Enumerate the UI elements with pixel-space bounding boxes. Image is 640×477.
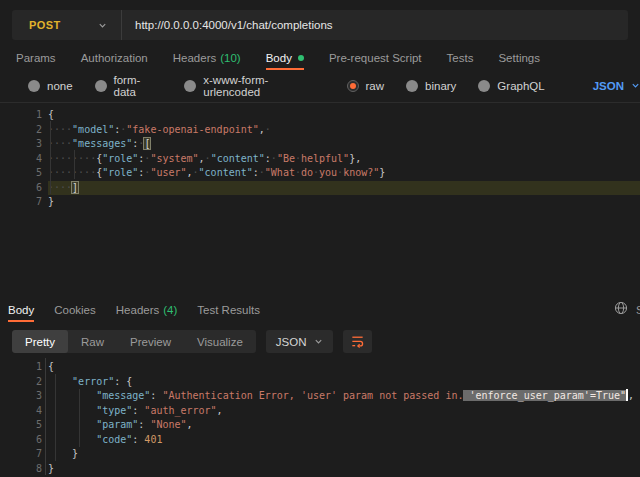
tab-settings[interactable]: Settings xyxy=(498,45,540,70)
code-text: { xyxy=(48,360,640,375)
tab-authorization[interactable]: Authorization xyxy=(81,45,148,70)
tab-label: Body xyxy=(266,52,292,64)
globe-icon[interactable] xyxy=(614,301,628,319)
code-text: } xyxy=(48,447,640,462)
line-number: 7 xyxy=(0,447,42,462)
radio-circle xyxy=(406,80,418,92)
tab-pre-request-script[interactable]: Pre-request Script xyxy=(329,45,422,70)
matched-bracket: ] xyxy=(72,182,78,193)
response-tab-headers[interactable]: Headers(4) xyxy=(116,298,178,322)
view-visualize[interactable]: Visualize xyxy=(184,330,256,353)
code-text: ········{"role":·"system",·"content":·"B… xyxy=(48,152,640,167)
code-line[interactable]: 2····"model":·"fake-openai-endpoint",· xyxy=(0,123,640,138)
chevron-down-icon xyxy=(631,80,640,92)
line-number: 4 xyxy=(0,404,42,419)
code-text: "message": "Authentication Error, 'user'… xyxy=(48,389,640,404)
code-line[interactable]: 1{ xyxy=(0,108,640,123)
radio-option-none[interactable]: none xyxy=(28,80,73,92)
line-number: 6 xyxy=(0,433,42,448)
code-text: "code": 401 xyxy=(48,433,640,448)
language-selector[interactable]: JSON xyxy=(593,80,640,92)
tab-label: Body xyxy=(8,304,34,316)
code-line[interactable]: 1{ xyxy=(0,360,640,375)
code-text: ····"messages":·[ xyxy=(48,137,640,152)
language-label: JSON xyxy=(593,80,624,92)
code-line[interactable]: 6····] xyxy=(0,181,640,196)
tab-body[interactable]: Body xyxy=(266,45,304,70)
request-body-editor[interactable]: 1{2····"model":·"fake-openai-endpoint",·… xyxy=(0,102,640,296)
request-tabs: ParamsAuthorizationHeaders(10)BodyPre-re… xyxy=(0,45,640,70)
radio-option-graphql[interactable]: GraphQL xyxy=(478,80,544,92)
code-text: { xyxy=(48,108,640,123)
code-line[interactable]: 2 "error": { xyxy=(0,375,640,390)
view-preview[interactable]: Preview xyxy=(117,330,184,353)
response-toolbar: PrettyRawPreviewVisualize JSON xyxy=(12,330,372,353)
line-number: 2 xyxy=(0,375,42,390)
tab-headers[interactable]: Headers(10) xyxy=(173,45,241,70)
code-text: "type": "auth_error", xyxy=(48,404,640,419)
chevron-down-icon xyxy=(314,336,323,348)
line-number: 3 xyxy=(0,137,42,152)
indent-guide xyxy=(79,389,80,447)
tab-label: Headers xyxy=(116,304,159,316)
code-line[interactable]: 4········{"role":·"system",·"content":·"… xyxy=(0,152,640,167)
code-line[interactable]: 3 "message": "Authentication Error, 'use… xyxy=(0,389,640,404)
radio-circle xyxy=(95,80,107,92)
line-number: 8 xyxy=(0,462,42,477)
code-text: } xyxy=(48,462,640,477)
code-line[interactable]: 8} xyxy=(0,462,640,477)
radio-option-binary[interactable]: binary xyxy=(406,80,456,92)
request-url-bar: POST http://0.0.0.0:4000/v1/chat/complet… xyxy=(12,10,628,40)
radio-label: raw xyxy=(366,80,385,92)
tab-count-badge: (4) xyxy=(163,304,177,316)
radio-circle xyxy=(28,80,40,92)
code-line[interactable]: 4 "type": "auth_error", xyxy=(0,404,640,419)
code-text: ········{"role":·"user",·"content":·"Wha… xyxy=(48,166,640,181)
code-text: "param": "None", xyxy=(48,418,640,433)
selected-text: 'enforce_user_param'=True" xyxy=(463,390,626,401)
tab-label: Settings xyxy=(498,52,540,64)
radio-label: x-www-form-urlencoded xyxy=(203,74,324,98)
tab-tests[interactable]: Tests xyxy=(447,45,474,70)
radio-circle xyxy=(184,80,196,92)
response-body-viewer[interactable]: 1{2 "error": {3 "message": "Authenticati… xyxy=(0,356,640,477)
code-line[interactable]: 3····"messages":·[ xyxy=(0,137,640,152)
radio-label: form-data xyxy=(114,74,163,98)
tab-label: Pre-request Script xyxy=(329,52,422,64)
response-language-selector[interactable]: JSON xyxy=(266,330,334,353)
line-number: 6 xyxy=(0,181,42,196)
line-number: 1 xyxy=(0,360,42,375)
line-number: 2 xyxy=(0,123,42,138)
response-tab-body[interactable]: Body xyxy=(8,298,34,322)
url-input[interactable]: http://0.0.0.0:4000/v1/chat/completions xyxy=(122,10,628,40)
code-line[interactable]: 5········{"role":·"user",·"content":·"Wh… xyxy=(0,166,640,181)
code-text: ····] xyxy=(48,181,640,196)
view-raw[interactable]: Raw xyxy=(68,330,117,353)
wrap-lines-button[interactable] xyxy=(343,330,372,353)
response-tab-test-results[interactable]: Test Results xyxy=(197,298,260,322)
response-tabs: BodyCookiesHeaders(4)Test Results xyxy=(0,298,640,322)
radio-option-form-data[interactable]: form-data xyxy=(95,74,163,98)
view-pretty[interactable]: Pretty xyxy=(12,330,68,353)
body-type-bar: noneform-datax-www-form-urlencodedrawbin… xyxy=(0,74,640,98)
tab-count-badge: (10) xyxy=(220,52,240,64)
response-tab-cookies[interactable]: Cookies xyxy=(54,298,96,322)
wrap-lines-icon xyxy=(350,333,365,350)
code-line[interactable]: 6 "code": 401 xyxy=(0,433,640,448)
line-number: 4 xyxy=(0,152,42,167)
chevron-down-icon xyxy=(98,16,107,34)
tab-params[interactable]: Params xyxy=(16,45,56,70)
method-selector[interactable]: POST xyxy=(12,10,122,40)
clipped-status-text: S xyxy=(636,304,640,316)
radio-option-raw[interactable]: raw xyxy=(347,80,385,92)
code-line[interactable]: 7} xyxy=(0,195,640,210)
code-line[interactable]: 7 } xyxy=(0,447,640,462)
radio-option-x-www-form-urlencoded[interactable]: x-www-form-urlencoded xyxy=(184,74,324,98)
tab-label: Headers xyxy=(173,52,216,64)
code-line[interactable]: 5 "param": "None", xyxy=(0,418,640,433)
method-label: POST xyxy=(29,19,61,31)
line-number: 5 xyxy=(0,166,42,181)
code-text: } xyxy=(48,195,640,210)
line-number: 5 xyxy=(0,418,42,433)
matched-bracket: [ xyxy=(144,138,150,149)
